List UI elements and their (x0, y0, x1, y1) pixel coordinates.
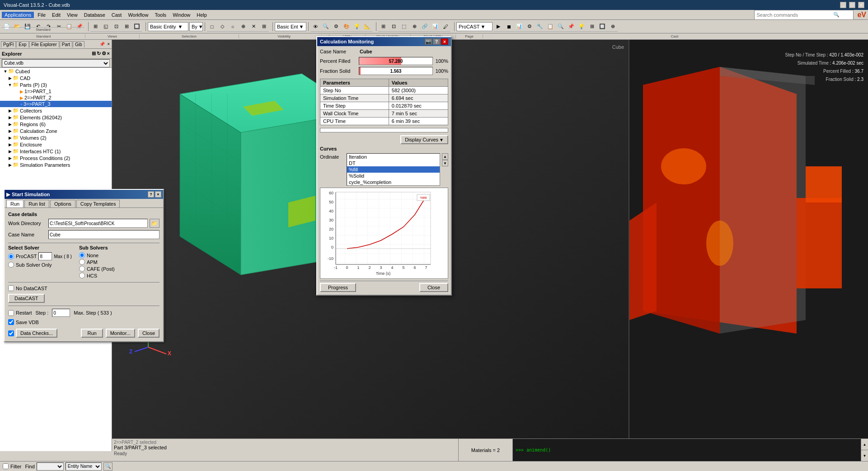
calc-mon-help[interactable]: ? (433, 38, 440, 45)
menu-edit[interactable]: Edit (49, 12, 63, 18)
tb-sel1[interactable]: □ (207, 22, 217, 32)
procast-count-input[interactable] (38, 252, 52, 260)
apm-radio[interactable] (79, 259, 85, 265)
basic-ent-dropdown[interactable]: Basic Ent ▼ (275, 22, 306, 31)
tree-toggle-cubed[interactable]: ▼ (3, 69, 8, 74)
menu-view[interactable]: View (64, 12, 80, 18)
tree-item-cubed[interactable]: ▼ 📁 Cubed (0, 68, 112, 75)
tab-copy-templates[interactable]: Copy Templates (76, 200, 120, 207)
tree-item-interfaces[interactable]: ▶ 📁 Interfaces HTC (1) (0, 148, 112, 155)
hcs-radio[interactable] (79, 273, 85, 278)
tree-item-sim-params[interactable]: ▶ 📁 Simulation Parameters (0, 161, 112, 168)
monitor-button[interactable]: Monitor... (106, 329, 135, 338)
calc-mon-close-btn[interactable]: × (441, 38, 448, 45)
menu-workflow[interactable]: Workflow (125, 12, 151, 18)
tb-util5[interactable]: 🔗 (420, 22, 430, 32)
tb-view4[interactable]: ⊞ (122, 22, 131, 32)
tb-vis4[interactable]: 🎨 (342, 22, 352, 32)
entity-name-dropdown[interactable]: Entity Name (66, 462, 102, 471)
procast-dropdown[interactable]: ProCAST ▼ (456, 22, 493, 31)
menu-window[interactable]: Window (170, 12, 193, 18)
menu-database[interactable]: Database (81, 12, 108, 18)
tree-item-regions[interactable]: ▶ 📁 Regions (6) (0, 121, 112, 127)
tree-item-elements[interactable]: ▶ 📁 Elements (362042) (0, 114, 112, 121)
sidebar-pin-btn[interactable]: 📌 (99, 42, 106, 47)
tb-sel3[interactable]: ○ (228, 22, 238, 32)
tb-sel4[interactable]: ⊕ (238, 22, 248, 32)
tree-toggle-parts[interactable]: ▼ (7, 83, 13, 87)
tb-save[interactable]: 💾 (23, 22, 33, 32)
tab-options[interactable]: Options (50, 200, 75, 207)
tb-cast11[interactable]: 🔲 (597, 22, 607, 32)
progress-button[interactable]: Progress (320, 283, 356, 292)
tb-cast9[interactable]: 💡 (577, 22, 586, 32)
tb-vis3[interactable]: ⚙ (331, 22, 341, 32)
restart-checkbox[interactable] (8, 310, 14, 316)
tb-util4[interactable]: ⊕ (409, 22, 419, 32)
tree-item-collectors[interactable]: ▶ 📁 Collectors (0, 107, 112, 114)
explorer-tb3[interactable]: ⚙ (102, 51, 106, 57)
display-curves-button[interactable]: Display Curves ▼ (400, 135, 448, 144)
tree-item-calczone[interactable]: ▶ 📁 Calculation Zone (0, 127, 112, 134)
case-name-input[interactable] (48, 230, 160, 239)
menu-tools[interactable]: Tools (152, 12, 169, 18)
ordinate-option-cycle[interactable]: cycle_%completion (347, 179, 440, 185)
tb-util1[interactable]: ⊞ (378, 22, 388, 32)
tb-vis1[interactable]: 👁 (310, 22, 320, 32)
explorer-tb1[interactable]: ⊞ (92, 51, 96, 57)
search-input[interactable] (756, 12, 833, 18)
tree-toggle-simparams[interactable]: ▶ (7, 163, 13, 167)
tb-sel2[interactable]: ◇ (217, 22, 227, 32)
tab-run-list[interactable]: Run list (24, 200, 49, 207)
sub-solver-only-radio[interactable] (8, 262, 14, 268)
tb-vis6[interactable]: 📐 (362, 22, 372, 32)
tb-open[interactable]: 📂 (12, 22, 22, 32)
tb-util7[interactable]: 🖊 (441, 22, 450, 32)
tab-exp[interactable]: Exp (16, 41, 28, 47)
tree-toggle-elements[interactable]: ▶ (7, 115, 13, 120)
run-button[interactable]: Run (81, 329, 103, 338)
step-input[interactable] (52, 309, 70, 317)
tree-item-part3[interactable]: ● 3=>PART_3 (0, 101, 112, 107)
tree-toggle-cad[interactable]: ▶ (7, 76, 13, 80)
tb-cast6[interactable]: 📋 (545, 22, 555, 32)
filter-checkbox[interactable] (3, 463, 9, 469)
tb-view2[interactable]: ◱ (101, 22, 111, 32)
console-scroll-up[interactable]: ▲ (861, 439, 868, 450)
data-checks-cb[interactable] (8, 330, 14, 336)
ordinate-option-fill[interactable]: %fill (347, 166, 440, 173)
ordinate-scrollbar[interactable]: ▲ ▼ (442, 153, 448, 166)
tree-toggle-enclosure[interactable]: ▶ (7, 142, 13, 147)
close-btn[interactable]: × (858, 2, 864, 8)
menu-file[interactable]: File (35, 12, 48, 18)
tb-cut[interactable]: ✂ (54, 22, 64, 32)
ordinate-option-dt[interactable]: DT (347, 160, 440, 166)
tab-gib[interactable]: Gib (73, 41, 84, 47)
ordinate-select[interactable]: Iteration DT %fill %Solid cycle_%complet… (347, 153, 440, 186)
tree-item-volumes[interactable]: ▶ 📁 Volumes (2) (0, 134, 112, 141)
tb-undo[interactable]: ↶ (33, 22, 43, 32)
tree-item-cad[interactable]: ▶ 📁 CAD (0, 75, 112, 81)
find-dropdown[interactable] (37, 462, 64, 471)
tb-cast5[interactable]: 🔧 (535, 22, 545, 32)
start-sim-help[interactable]: ? (148, 191, 154, 198)
tb-cast10[interactable]: ⊞ (587, 22, 597, 32)
tb-view5[interactable]: 🔲 (132, 22, 142, 32)
explorer-tb2[interactable]: ↻ (97, 51, 101, 57)
case-dropdown[interactable]: Cube.vdb (2, 59, 110, 67)
tree-item-part1[interactable]: ▶ 1=>PART_1 (0, 88, 112, 94)
tb-sel5[interactable]: ✕ (249, 22, 258, 32)
tb-vis5[interactable]: 💡 (352, 22, 362, 32)
cafe-radio[interactable] (79, 266, 85, 272)
datacast-button[interactable]: DataCAST (8, 294, 45, 303)
tb-cast12[interactable]: ⊕ (608, 22, 618, 32)
start-sim-close[interactable]: × (155, 191, 161, 198)
close-sim-button[interactable]: Close (138, 329, 160, 338)
tb-util6[interactable]: 📊 (430, 22, 440, 32)
minimize-btn[interactable]: _ (840, 2, 846, 8)
tree-toggle-calczone[interactable]: ▶ (7, 129, 13, 133)
tree-toggle-regions[interactable]: ▶ (7, 122, 13, 127)
scroll-down[interactable]: ▼ (442, 160, 448, 166)
tree-item-parts[interactable]: ▼ 📁 Parts (P) (3) (0, 81, 112, 88)
tb-paste[interactable]: 📌 (75, 22, 84, 32)
